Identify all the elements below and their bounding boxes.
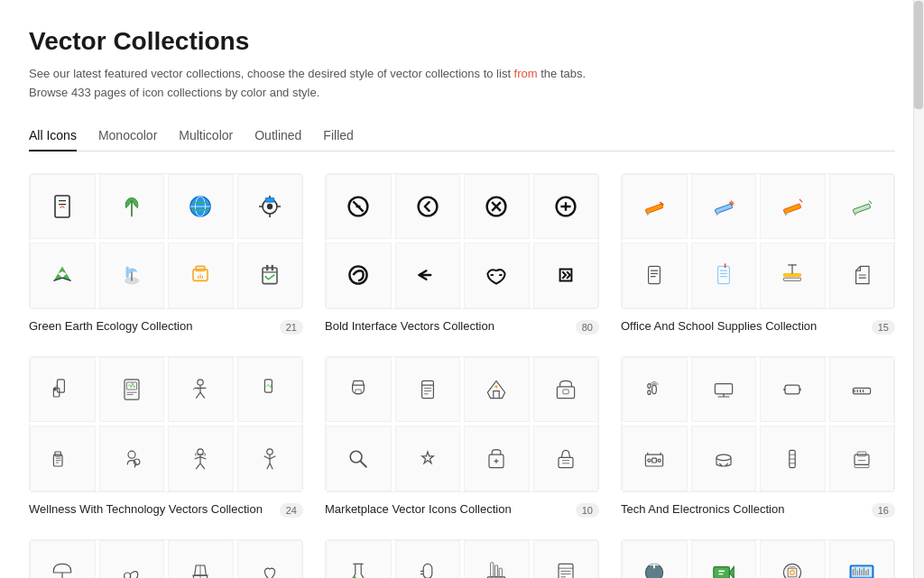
icon-cell: [829, 243, 895, 308]
icon-cell: [829, 357, 895, 423]
tab-monocolor[interactable]: Monocolor: [98, 121, 157, 151]
icon-cell: [829, 174, 895, 240]
icon-cell: [622, 540, 688, 578]
svg-rect-120: [799, 388, 801, 390]
svg-point-8: [267, 204, 273, 209]
collection-count-tech-electronics: 16: [872, 503, 895, 518]
svg-line-90: [200, 463, 205, 468]
svg-rect-18: [196, 267, 205, 271]
svg-point-74: [198, 380, 203, 385]
icon-cell: [464, 174, 530, 240]
subtitle-line1: See our latest featured vector collectio…: [29, 65, 895, 84]
collection-green-earth: Green Earth Ecology Collection 21: [29, 173, 303, 335]
collection-footer-marketplace: Marketplace Vector Icons Collection 10: [325, 501, 599, 518]
icon-cell: [760, 174, 826, 240]
collection-tech-electronics: Tech And Electronics Collection 16: [621, 356, 895, 518]
collection-count-office-school: 15: [872, 320, 895, 335]
icon-cell: [326, 243, 392, 308]
svg-line-105: [361, 461, 366, 466]
icon-cell: [30, 426, 96, 491]
tab-filled[interactable]: Filled: [323, 121, 353, 151]
svg-point-91: [267, 448, 273, 454]
svg-rect-24: [266, 265, 268, 271]
collection-count-green-earth: 21: [280, 320, 303, 335]
svg-rect-121: [853, 388, 870, 393]
collection-footer-green-earth: Green Earth Ecology Collection 21: [29, 318, 303, 335]
svg-rect-103: [563, 390, 568, 394]
svg-rect-182: [714, 567, 730, 578]
svg-line-47: [799, 199, 802, 202]
svg-line-78: [200, 392, 205, 398]
icon-cell: [237, 243, 303, 308]
svg-rect-96: [421, 381, 433, 398]
page-subtitle: See our latest featured vector collectio…: [29, 65, 895, 103]
svg-rect-165: [495, 565, 498, 577]
icon-cell: [326, 540, 392, 578]
collection-count-marketplace: 10: [576, 503, 599, 518]
svg-rect-142: [857, 452, 866, 456]
svg-point-68: [54, 388, 57, 390]
icon-cell: [533, 426, 599, 491]
icon-cell: [691, 174, 757, 240]
icon-cell: [395, 174, 461, 240]
icon-cell: [395, 243, 461, 308]
icon-grid-multimedia: [621, 539, 895, 578]
icon-cell: [691, 243, 757, 308]
svg-rect-119: [784, 388, 786, 390]
icon-cell: [691, 540, 757, 578]
scrollbar[interactable]: [913, 0, 924, 578]
collection-name-bold-interface: Bold Interface Vectors Collection: [325, 318, 568, 335]
svg-rect-49: [853, 204, 871, 214]
icon-cell: [829, 426, 895, 491]
icon-cell: [464, 243, 530, 308]
icon-cell: [237, 357, 303, 423]
icon-cell: [326, 357, 392, 423]
icon-cell: [533, 174, 599, 240]
svg-rect-166: [499, 568, 502, 577]
subtitle-link[interactable]: from: [514, 67, 538, 80]
icon-grid-bold-interface: [325, 173, 599, 309]
icon-cell: [237, 174, 303, 240]
icon-cell: [464, 426, 530, 491]
icon-cell: [760, 426, 826, 491]
svg-rect-55: [717, 267, 729, 284]
svg-rect-102: [557, 387, 574, 399]
icon-grid-tech-electronics: [621, 356, 895, 492]
icon-cell: [760, 243, 826, 308]
tab-all-icons[interactable]: All Icons: [29, 121, 77, 151]
collection-name-green-earth: Green Earth Ecology Collection: [29, 318, 273, 335]
icon-cell: [395, 540, 461, 578]
collection-office-school: Office And School Supplies Collection 15: [621, 173, 895, 335]
collection-count-wellness-tech: 24: [280, 503, 303, 518]
svg-point-113: [648, 390, 651, 395]
icon-cell: [622, 174, 688, 240]
icon-cell: [30, 540, 96, 578]
icon-cell: [99, 357, 165, 423]
collection-bold-interface: Bold Interface Vectors Collection 80: [325, 173, 599, 335]
scrollbar-thumb[interactable]: [914, 1, 923, 109]
icon-grid-wellness-tech: [29, 356, 303, 492]
svg-rect-158: [423, 564, 432, 578]
tab-multicolor[interactable]: Multicolor: [179, 121, 233, 151]
icon-cell: [99, 174, 165, 240]
svg-rect-81: [55, 452, 60, 456]
icon-grid-marketplace: [325, 356, 599, 492]
svg-rect-25: [271, 265, 273, 271]
svg-point-29: [418, 197, 437, 216]
icon-cell: [30, 243, 96, 308]
collections-grid: Green Earth Ecology Collection 21: [29, 173, 895, 578]
svg-rect-46: [783, 204, 801, 214]
icon-cell: [760, 540, 826, 578]
svg-rect-164: [491, 563, 494, 577]
collection-footer-wellness-tech: Wellness With Technology Vectors Collect…: [29, 501, 303, 518]
collection-name-tech-electronics: Tech And Electronics Collection: [621, 501, 864, 518]
icon-cell: [30, 357, 96, 423]
page-wrapper: Vector Collections See our latest featur…: [11, 0, 913, 578]
collection-count-bold-interface: 80: [576, 320, 599, 335]
svg-rect-129: [652, 458, 657, 463]
svg-rect-109: [559, 457, 573, 467]
tab-outlined[interactable]: Outlined: [254, 121, 301, 151]
collection-footer-bold-interface: Bold Interface Vectors Collection 80: [325, 318, 599, 335]
icon-cell: [168, 426, 234, 491]
icon-cell: [395, 426, 461, 491]
